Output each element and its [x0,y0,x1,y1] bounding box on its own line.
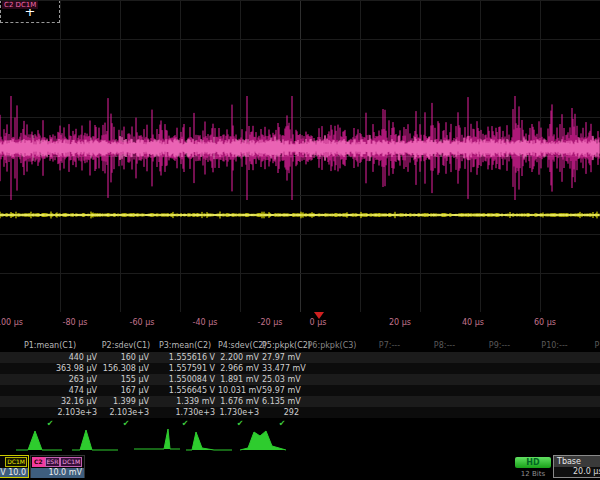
oscilloscope-screen: { "grid": { "top_left_label": "C2 DC1M" … [0,0,600,480]
measure-value-cell [362,396,417,407]
measure-value-cell [417,363,472,374]
measure-value-cell: 1.550084 V [152,374,218,385]
measure-value-cell [417,374,472,385]
measure-value-cell [362,363,417,374]
measure-value-cell [582,374,600,385]
measure-value-cell [527,396,582,407]
measure-value-cell [582,385,600,396]
measure-value-cell [362,385,417,396]
axis-tick-label: -80 µs [63,318,88,327]
measure-value-cell [527,407,582,418]
c1-coupling-tag: DC1M [5,457,27,467]
c2-coupling-tag: DC1M [60,457,82,467]
measure-param-header[interactable]: P2:sdev(C1) [100,340,152,352]
timebase-descriptor[interactable]: Tbase 20.0 µs [553,455,600,478]
histicon-thumbnail[interactable] [186,428,233,452]
measure-value-cell: 167 µV [100,385,152,396]
measure-value-cell [417,396,472,407]
measure-value-cell: 474 µV [0,385,100,396]
measure-value-cell: 1.676 mV [218,396,262,407]
c2-esr-tag: ESR [45,457,61,467]
measure-param-header[interactable]: P9:--- [472,340,527,352]
axis-tick-label: -40 µs [193,318,218,327]
measure-value-cell [527,352,582,363]
measure-param-header[interactable]: P1:mean(C1) [0,340,100,352]
measure-value-cell [302,385,362,396]
measure-value-cell [302,363,362,374]
axis-tick-label: -60 µs [130,318,155,327]
measure-param-header[interactable]: P4:sdev(C2) [218,340,262,352]
measurement-table: P1:mean(C1)P2:sdev(C1)P3:mean(C2)P4:sdev… [0,340,600,429]
trace-descriptor-label: C2 DC1M [2,1,38,9]
measure-value-cell [472,396,527,407]
measure-param-header[interactable]: P7:--- [362,340,417,352]
measure-value-cell: 2.200 mV [218,352,262,363]
measure-value-cell: 155 µV [100,374,152,385]
measure-param-header[interactable]: P10:--- [527,340,582,352]
measure-param-header[interactable]: P11 [582,340,600,352]
measure-value-cell: 25.03 mV [262,374,302,385]
timebase-label: Tbase [554,456,600,467]
time-axis: -100 µs-80 µs-60 µs-40 µs-20 µs0 µs20 µs… [0,312,600,338]
measure-value-cell [302,352,362,363]
axis-tick-label: 40 µs [462,318,484,327]
measure-value-cell [472,385,527,396]
histicon-thumbnail[interactable] [16,428,63,452]
measure-value-cell [362,374,417,385]
axis-tick-label: -20 µs [258,318,283,327]
measure-value-cell [582,396,600,407]
c1-scale-value: 10.0 mV [0,468,28,478]
measure-value-cell: 363.98 µV [0,363,100,374]
measure-param-header[interactable]: P3:mean(C2) [152,340,218,352]
timebase-scale-value: 20.0 µs [554,467,600,477]
histicon-thumbnail[interactable] [134,428,181,452]
waveform-display [0,0,600,312]
measure-value-cell: 1.730e+3 [218,407,262,418]
measure-value-cell [362,352,417,363]
measure-value-cell [362,407,417,418]
measure-value-cell [417,385,472,396]
channel-c2-descriptor[interactable]: C2ESRDC1M 10.0 mV [30,455,85,478]
measure-value-cell [582,352,600,363]
measure-value-cell: 6.135 mV [262,396,302,407]
hd-bits-label: 12 Bits [515,470,551,478]
axis-tick-label: -100 µs [0,318,23,327]
measure-value-cell: 292 [262,407,302,418]
measure-value-cell: 1.891 mV [218,374,262,385]
measure-value-cell [582,407,600,418]
measure-value-cell [472,363,527,374]
measure-value-cell: 2.103e+3 [100,407,152,418]
histicon-thumbnail[interactable] [72,428,119,452]
histicon-thumbnail[interactable] [240,428,287,452]
measure-value-cell [417,407,472,418]
axis-tick-label: 0 µs [310,318,327,327]
measure-value-cell: 2.966 mV [218,363,262,374]
measure-value-cell: 1.556645 V [152,385,218,396]
channel-c1-descriptor[interactable]: DC1M 10.0 mV [0,455,29,478]
measure-value-cell: 160 µV [100,352,152,363]
measure-value-cell: 32.16 µV [0,396,100,407]
waveform-grid: C2 DC1M [0,0,600,312]
measure-value-cell: 10.031 mV [218,385,262,396]
axis-tick-label: 60 µs [534,318,556,327]
measure-param-header[interactable]: P6:pkpk(C3) [302,340,362,352]
measure-value-cell [527,385,582,396]
measure-param-header[interactable]: P8:--- [417,340,472,352]
measure-value-cell [527,363,582,374]
measure-value-cell: 1.555616 V [152,352,218,363]
measure-value-cell: 59.97 mV [262,385,302,396]
measure-value-cell [302,396,362,407]
measure-value-cell: 27.97 mV [262,352,302,363]
measure-value-cell [527,374,582,385]
measure-value-cell [302,407,362,418]
measure-value-cell: 1.339 mV [152,396,218,407]
measure-value-cell [472,352,527,363]
axis-tick-label: 20 µs [389,318,411,327]
measure-param-header[interactable]: P5:pkpk(C2) [262,340,302,352]
hd-mode-badge[interactable]: HD [515,457,551,468]
c2-channel-tag: C2 [32,457,45,467]
measure-value-cell [582,363,600,374]
histicon-strip [0,428,600,454]
measure-value-cell: 1.730e+3 [152,407,218,418]
measure-value-cell [472,407,527,418]
